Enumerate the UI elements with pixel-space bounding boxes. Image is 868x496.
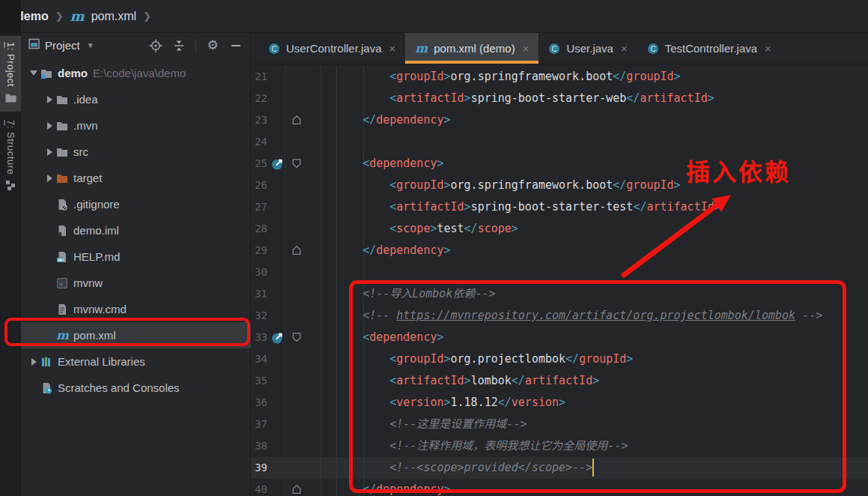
editor: CUserController.java×mpom.xml (demo)×CUs…	[251, 33, 868, 496]
code-line-36[interactable]: 36 <version>1.18.12</version>	[251, 392, 868, 414]
chevron-right-icon[interactable]	[27, 358, 40, 366]
code-line-28[interactable]: 28 <scope>test</scope>	[251, 218, 868, 240]
chevron-right-icon[interactable]	[43, 148, 56, 156]
chevron-right-icon[interactable]	[43, 122, 56, 130]
tree-item-help-md[interactable]: MDHELP.md	[21, 244, 251, 270]
tab-user-java[interactable]: CUser.java×	[538, 33, 637, 64]
tab-pom-xml-demo[interactable]: mpom.xml (demo)×	[405, 33, 538, 64]
line-number[interactable]: 30	[251, 261, 267, 283]
tree-item-label: .idea	[73, 93, 98, 106]
tree-item-src[interactable]: src	[21, 139, 251, 165]
close-icon[interactable]: ×	[621, 42, 628, 55]
line-number[interactable]: 21	[251, 66, 267, 88]
code-line-21[interactable]: 21 <groupId>org.springframework.boot</gr…	[251, 66, 868, 88]
fold-marker-down-icon[interactable]	[292, 158, 303, 169]
chevron-right-icon[interactable]	[43, 175, 56, 182]
code-text: <scope>test</scope>	[322, 218, 518, 240]
maven-navigate-icon[interactable]	[271, 157, 284, 170]
code-line-38[interactable]: 38 <!--注释作用域，表明我想让它为全局使用-->	[251, 435, 868, 457]
code-area[interactable]: 21 <groupId>org.springframework.boot</gr…	[251, 64, 868, 496]
code-line-23[interactable]: 23 </dependency>	[251, 109, 868, 131]
tab-testcontroller-java[interactable]: CTestController.java×	[637, 33, 781, 64]
line-number[interactable]: 38	[251, 435, 267, 457]
line-number[interactable]: 22	[251, 88, 267, 109]
line-number[interactable]: 36	[251, 392, 267, 414]
line-number[interactable]: 24	[251, 131, 267, 153]
tree-item-demo-iml[interactable]: demo.iml	[21, 217, 251, 244]
line-number[interactable]: 34	[251, 348, 267, 370]
fold-marker-up-icon[interactable]	[292, 245, 303, 256]
gear-icon[interactable]: ⚙	[206, 39, 219, 52]
line-number[interactable]: 29	[251, 240, 267, 261]
line-number[interactable]: 31	[251, 283, 267, 305]
code-line-26[interactable]: 26 <groupId>org.springframework.boot</gr…	[251, 175, 868, 196]
line-number[interactable]: 37	[251, 414, 267, 435]
tree-item-label: mvnw.cmd	[73, 303, 127, 315]
code-line-34[interactable]: 34 <groupId>org.projectlombok</groupId>	[251, 348, 868, 370]
tree-item-mvnw-cmd[interactable]: mvnw.cmd	[21, 296, 251, 322]
code-line-37[interactable]: 37 <!--这里是设置作用域-->	[251, 414, 868, 435]
line-number[interactable]: 33	[251, 327, 267, 348]
breadcrumb-file[interactable]: pom.xml	[91, 10, 136, 23]
code-line-22[interactable]: 22 <artifactId>spring-boot-starter-web</…	[251, 88, 868, 109]
tree-item-idea[interactable]: .idea	[21, 86, 251, 112]
tab-usercontroller-java[interactable]: CUserController.java×	[258, 33, 405, 64]
stripe-button-structure[interactable]: 7: Structure	[0, 114, 21, 199]
code-line-24[interactable]: 24	[251, 131, 868, 153]
fold-marker-down-icon[interactable]	[292, 332, 303, 343]
line-number[interactable]: 28	[251, 218, 267, 240]
collapse-all-icon[interactable]	[172, 39, 186, 52]
code-line-33[interactable]: 33 <dependency>	[251, 327, 868, 348]
code-line-35[interactable]: 35 <artifactId>lombok</artifactId>	[251, 370, 868, 392]
line-number[interactable]: 23	[251, 109, 267, 131]
line-number[interactable]: 32	[251, 305, 267, 327]
fold-marker-up-icon[interactable]	[292, 115, 303, 126]
chevron-down-icon[interactable]	[27, 70, 40, 76]
tree-item-demo[interactable]: demoE:\code\java\demo	[21, 60, 251, 86]
tree-item-external-libraries[interactable]: External Libraries	[21, 348, 251, 375]
corner-block	[0, 0, 21, 33]
close-icon[interactable]: ×	[765, 42, 771, 55]
maven-icon: m	[415, 43, 428, 55]
stripe-button-project[interactable]: 1: Project	[0, 36, 21, 112]
locate-file-icon[interactable]	[149, 39, 163, 52]
code-line-30[interactable]: 30	[251, 261, 868, 283]
tree-item-target[interactable]: target	[21, 165, 251, 191]
hide-panel-icon[interactable]	[229, 39, 243, 52]
close-icon[interactable]: ×	[523, 42, 529, 55]
chevron-down-icon[interactable]: ▼	[87, 41, 94, 49]
code-line-25[interactable]: 25 <dependency>	[251, 153, 868, 175]
code-line-32[interactable]: 32 <!-- https://mvnrepository.com/artifa…	[251, 305, 868, 327]
line-number[interactable]: 25	[251, 153, 267, 175]
tree-item-pom-xml[interactable]: mpom.xml	[21, 322, 251, 348]
code-line-31[interactable]: 31 <!--导入Lombok依赖-->	[251, 283, 868, 305]
line-number[interactable]: 35	[251, 370, 267, 392]
code-line-39[interactable]: 39 <!--<scope>provided</scope>-->	[251, 457, 868, 479]
svg-text:C: C	[272, 44, 277, 52]
line-number[interactable]: 26	[251, 175, 267, 196]
tree-item-scratches-and-consoles[interactable]: Scratches and Consoles	[21, 375, 251, 401]
breadcrumb-project[interactable]: demo	[16, 10, 49, 23]
tree-item-mvn[interactable]: .mvn	[21, 112, 251, 139]
tree-item-mvnw[interactable]: ›mvnw	[21, 270, 251, 296]
maven-navigate-icon[interactable]	[271, 331, 284, 344]
code-text: <!--导入Lombok依赖-->	[322, 283, 496, 305]
line-number[interactable]: 40	[251, 479, 267, 496]
tree-item-gitignore[interactable]: .gitignore	[21, 191, 251, 217]
svg-text:C: C	[650, 44, 655, 52]
panel-title[interactable]: Project	[45, 39, 80, 52]
header-separator	[195, 39, 196, 52]
line-number[interactable]: 39	[251, 457, 267, 479]
code-line-40[interactable]: 40 </dependency>	[251, 479, 868, 496]
line-number[interactable]: 27	[251, 196, 267, 218]
code-line-29[interactable]: 29 </dependency>	[251, 240, 868, 261]
tree-item-label: HELP.md	[73, 250, 120, 263]
close-icon[interactable]: ×	[389, 42, 396, 55]
tool-window-icon	[28, 38, 40, 52]
chevron-right-icon[interactable]	[43, 96, 56, 103]
code-text: <artifactId>spring-boot-starter-web</art…	[322, 88, 714, 109]
fold-marker-up-icon[interactable]	[292, 484, 303, 495]
code-text: <groupId>org.springframework.boot</group…	[322, 175, 681, 196]
code-line-27[interactable]: 27 <artifactId>spring-boot-starter-test<…	[251, 196, 868, 218]
maven-icon: m	[56, 330, 68, 342]
